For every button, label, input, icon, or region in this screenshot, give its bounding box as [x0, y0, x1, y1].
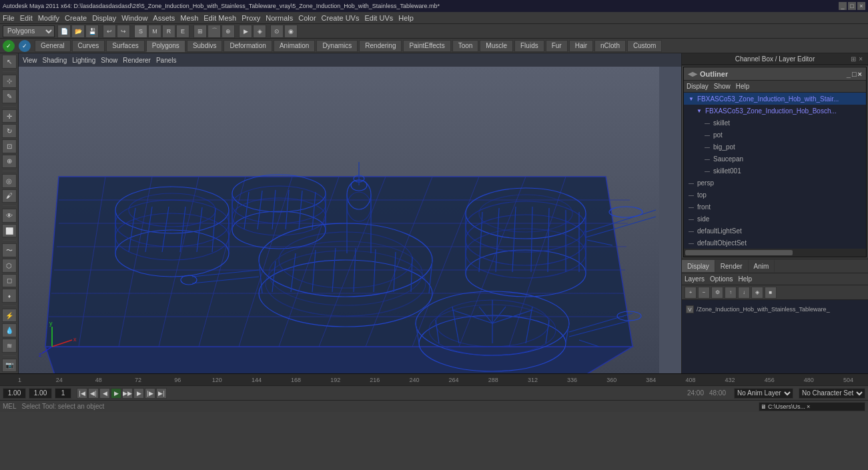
outliner-float[interactable]: □ [852, 70, 857, 78]
isolate-btn[interactable]: ◉ [284, 25, 298, 38]
layer-up-btn[interactable]: ↑ [725, 287, 737, 299]
fluid-btn[interactable]: 💧 [2, 323, 17, 337]
delete-layer-btn[interactable]: − [698, 287, 710, 299]
undo-btn[interactable]: ↩ [103, 25, 116, 38]
minimize-btn[interactable]: _ [839, 2, 847, 10]
soft-mod-btn[interactable]: ◎ [2, 174, 17, 188]
shelf-tab-painteffects[interactable]: PaintEffects [403, 40, 450, 52]
menu-item-edit-uvs[interactable]: Edit UVs [364, 14, 393, 22]
char-set-select[interactable]: No Character Set [799, 388, 865, 399]
outliner-item-7[interactable]: —persp [684, 177, 866, 189]
outliner-scrollbar[interactable] [684, 249, 866, 257]
outliner-close[interactable]: × [858, 70, 862, 78]
timeline[interactable]: 1244872961201441681922162402642883123363… [0, 373, 868, 385]
layer-visibility[interactable]: V [686, 305, 694, 313]
poly-btn[interactable]: ⬡ [2, 259, 17, 273]
outliner-item-4[interactable]: —big_pot [684, 141, 866, 153]
outliner-item-6[interactable]: —skillet001 [684, 165, 866, 177]
shelf-tab-subdivs[interactable]: Subdivs [187, 40, 223, 52]
panel-attach-icon[interactable]: ⊞ [851, 55, 856, 63]
snap-curve-btn[interactable]: ⌒ [207, 25, 221, 38]
menu-item-edit-mesh[interactable]: Edit Mesh [203, 14, 236, 22]
menu-item-color[interactable]: Color [298, 14, 316, 22]
select-tool-btn[interactable]: ↖ [2, 55, 17, 69]
renderer-menu[interactable]: Renderer [123, 57, 151, 64]
panels-menu[interactable]: Panels [156, 57, 177, 64]
display-tab[interactable]: Display [682, 260, 715, 272]
menu-item-proxy[interactable]: Proxy [242, 14, 260, 22]
range-start-field[interactable] [3, 388, 26, 399]
ipr-btn[interactable]: ◈ [253, 25, 266, 38]
shelf-tab-general[interactable]: General [35, 40, 71, 52]
outliner-item-5[interactable]: —Saucepan [684, 153, 866, 165]
shelf-tab-deformation[interactable]: Deformation [224, 40, 272, 52]
universal-tool-btn[interactable]: ⊕ [2, 155, 17, 169]
titlebar-controls[interactable]: _ □ × [839, 2, 865, 10]
taskbar-close[interactable]: × [807, 403, 810, 410]
paint-btn[interactable]: ✎ [2, 89, 17, 103]
dyn-btn[interactable]: ⚡ [2, 309, 17, 323]
shelf-tab-polygons[interactable]: Polygons [146, 40, 185, 52]
menu-item-modify[interactable]: Modify [38, 14, 59, 22]
next-frame-btn[interactable]: ▶ [133, 388, 144, 399]
redo-btn[interactable]: ↪ [117, 25, 130, 38]
outliner-item-10[interactable]: —side [684, 213, 866, 225]
shelf-tab-ncloth[interactable]: nCloth [594, 40, 626, 52]
shelf-tab-curves[interactable]: Curves [72, 40, 105, 52]
shelf-tab-rendering[interactable]: Rendering [359, 40, 402, 52]
anim-tab[interactable]: Anim [749, 260, 775, 272]
task-area[interactable]: 🖥 C:\Users\Us... × [759, 402, 865, 411]
mode-selector[interactable]: Polygons Object Component [3, 25, 55, 37]
outliner-display-menu[interactable]: Display [687, 83, 709, 90]
shelf-tab-fluids[interactable]: Fluids [514, 40, 544, 52]
layer-options-btn[interactable]: ⚙ [711, 287, 723, 299]
go-end-btn[interactable]: ▶| [156, 388, 167, 399]
outliner-item-9[interactable]: —front [684, 201, 866, 213]
snap-grid-btn[interactable]: ⊞ [193, 25, 207, 38]
render-btn[interactable]: ▶ [239, 25, 252, 38]
sculpt-btn[interactable]: 🖌 [2, 189, 17, 203]
outliner-scroll-thumb[interactable] [685, 250, 793, 255]
view-menu[interactable]: View [23, 57, 37, 64]
show-hide-btn[interactable]: 👁 [2, 209, 17, 223]
layer-down-btn[interactable]: ↓ [738, 287, 750, 299]
go-start-btn[interactable]: |◀ [77, 388, 87, 399]
open-btn[interactable]: 📂 [71, 25, 85, 38]
outliner-item-3[interactable]: —pot [684, 129, 866, 141]
outliner-item-1[interactable]: ▼FBXASCo53_Zone_Induction_Hob_Bosch... [684, 105, 866, 117]
shelf-tab-fur[interactable]: Fur [546, 40, 568, 52]
menu-item-display[interactable]: Display [92, 14, 116, 22]
lasso-btn[interactable]: ⊹ [2, 75, 17, 89]
outliner-help-menu[interactable]: Help [736, 83, 750, 90]
menu-item-assets[interactable]: Assets [153, 14, 175, 22]
snap-point-btn[interactable]: ⊕ [222, 25, 235, 38]
rotate-tool-btn[interactable]: ↻ [2, 124, 17, 138]
show-menu[interactable]: Show [101, 57, 117, 64]
move-tool-btn[interactable]: ✛ [2, 109, 17, 123]
menu-item-normals[interactable]: Normals [266, 14, 293, 22]
menu-item-window[interactable]: Window [121, 14, 147, 22]
viewport[interactable]: View Shading Lighting Show Renderer Pane… [19, 53, 681, 373]
scale-tool-btn[interactable]: ⊡ [2, 139, 17, 153]
shelf-tab-toon[interactable]: Toon [452, 40, 479, 52]
outliner-item-8[interactable]: —top [684, 189, 866, 201]
outliner-item-2[interactable]: —skillet [684, 117, 866, 129]
camera-btn[interactable]: 📷 [2, 359, 17, 373]
next-key-btn[interactable]: |▶ [145, 388, 155, 399]
prev-frame-btn[interactable]: ◀ [99, 388, 110, 399]
playhead-field[interactable] [55, 388, 71, 399]
select-btn[interactable]: S [134, 25, 147, 38]
new-layer-btn[interactable]: + [685, 287, 697, 299]
move-btn[interactable]: M [148, 25, 161, 38]
play-fwd-btn[interactable]: ▶▶ [122, 388, 133, 399]
show-manip-btn[interactable]: ⊙ [270, 25, 284, 38]
maximize-btn[interactable]: □ [848, 2, 856, 10]
menu-item-edit[interactable]: Edit [20, 14, 33, 22]
menu-item-file[interactable]: File [3, 14, 15, 22]
menu-item-mesh[interactable]: Mesh [180, 14, 198, 22]
new-scene-btn[interactable]: 📄 [57, 25, 71, 38]
shelf-tab-surfaces[interactable]: Surfaces [106, 40, 144, 52]
hair-btn[interactable]: ≋ [2, 339, 17, 353]
shelf-tab-custom[interactable]: Custom [627, 40, 662, 52]
outliner-item-12[interactable]: —defaultObjectSet [684, 237, 866, 249]
